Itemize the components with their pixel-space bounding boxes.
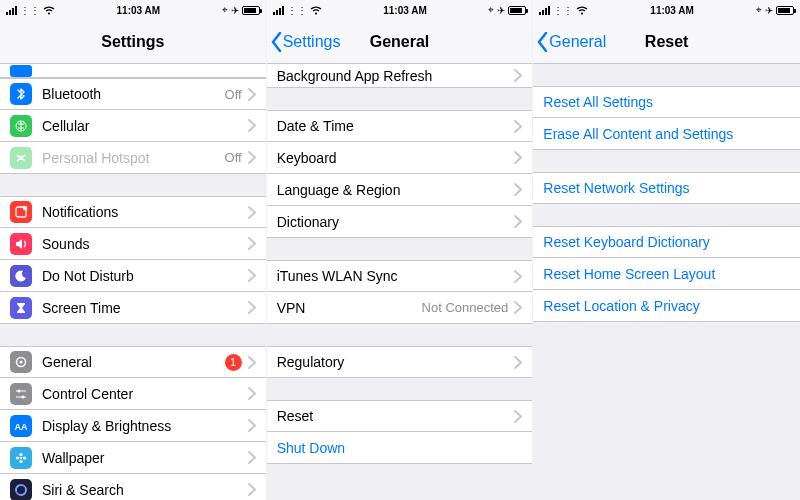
back-button[interactable]: General [537, 20, 606, 63]
reset-row-location-privacy[interactable]: Reset Location & Privacy [533, 290, 800, 322]
list-item-peek[interactable] [0, 64, 266, 78]
general-row-datetime[interactable]: Date & Time [267, 110, 533, 142]
row-label: Notifications [42, 204, 248, 220]
chevron-right-icon [248, 419, 256, 432]
general-row-regulatory[interactable]: Regulatory [267, 346, 533, 378]
settings-row-hotspot[interactable]: Personal Hotspot Off [0, 142, 266, 174]
status-time: 11:03 AM [383, 5, 427, 16]
row-label: VPN [277, 300, 422, 316]
status-time: 11:03 AM [650, 5, 694, 16]
general-row-vpn[interactable]: VPN Not Connected [267, 292, 533, 324]
chevron-right-icon [248, 387, 256, 400]
status-bar: ⋮⋮ 11:03 AM ⌖ ✈ [267, 0, 533, 20]
battery-icon [242, 6, 260, 15]
reset-row-allsettings[interactable]: Reset All Settings [533, 86, 800, 118]
chevron-right-icon [248, 451, 256, 464]
chevron-right-icon [514, 183, 522, 196]
reset-row-homescreen[interactable]: Reset Home Screen Layout [533, 258, 800, 290]
chevron-right-icon [248, 301, 256, 314]
settings-row-screentime[interactable]: Screen Time [0, 292, 266, 324]
general-row-dictionary[interactable]: Dictionary [267, 206, 533, 238]
row-label: Dictionary [277, 214, 515, 230]
signal-icon [273, 6, 284, 15]
settings-row-controlcenter[interactable]: Control Center [0, 378, 266, 410]
chevron-left-icon [271, 32, 283, 52]
general-row-keyboard[interactable]: Keyboard [267, 142, 533, 174]
cellular-icon [10, 115, 32, 137]
chevron-right-icon [248, 88, 256, 101]
general-row-reset[interactable]: Reset [267, 400, 533, 432]
row-label: Keyboard [277, 150, 515, 166]
notification-badge: 1 [225, 354, 242, 371]
location-icon: ⌖ [488, 4, 494, 16]
row-label: Siri & Search [42, 482, 248, 498]
aa-icon [10, 415, 32, 437]
chevron-right-icon [514, 69, 522, 82]
chevron-right-icon [248, 151, 256, 164]
chevron-right-icon [514, 356, 522, 369]
row-label: Control Center [42, 386, 248, 402]
settings-row-general[interactable]: General 1 [0, 346, 266, 378]
settings-row-wallpaper[interactable]: Wallpaper [0, 442, 266, 474]
chevron-right-icon [248, 237, 256, 250]
sounds-icon [10, 233, 32, 255]
settings-row-dnd[interactable]: Do Not Disturb [0, 260, 266, 292]
signal-icon [539, 6, 550, 15]
general-row-bgrefresh[interactable]: Background App Refresh [267, 64, 533, 88]
reset-row-network[interactable]: Reset Network Settings [533, 172, 800, 204]
row-label: Shut Down [277, 440, 523, 456]
general-row-language[interactable]: Language & Region [267, 174, 533, 206]
flower-icon [10, 447, 32, 469]
navbar: Settings General [267, 20, 533, 64]
row-label: Erase All Content and Settings [543, 126, 790, 142]
back-label: General [549, 33, 606, 51]
row-label: Language & Region [277, 182, 515, 198]
pane-reset: ⋮⋮ 11:03 AM ⌖ ✈ General Reset Reset All … [533, 0, 800, 500]
row-label: Cellular [42, 118, 248, 134]
chevron-right-icon [248, 483, 256, 496]
row-value: Not Connected [422, 300, 509, 315]
row-label: Personal Hotspot [42, 150, 225, 166]
settings-row-cellular[interactable]: Cellular [0, 110, 266, 142]
reset-row-erase[interactable]: Erase All Content and Settings [533, 118, 800, 150]
reset-row-keyboard-dict[interactable]: Reset Keyboard Dictionary [533, 226, 800, 258]
row-label: Background App Refresh [277, 68, 515, 84]
wifi-icon [310, 6, 322, 15]
row-label: Reset Location & Privacy [543, 298, 790, 314]
general-row-ituneswlan[interactable]: iTunes WLAN Sync [267, 260, 533, 292]
row-label: General [42, 354, 225, 370]
row-label: Sounds [42, 236, 248, 252]
settings-row-notifications[interactable]: Notifications [0, 196, 266, 228]
row-label: Do Not Disturb [42, 268, 248, 284]
chevron-right-icon [248, 119, 256, 132]
row-label: Reset [277, 408, 515, 424]
back-label: Settings [283, 33, 341, 51]
row-value: Off [225, 150, 242, 165]
chevron-right-icon [514, 410, 522, 423]
signal-icon [6, 6, 17, 15]
hotspot-icon [10, 147, 32, 169]
settings-row-siri[interactable]: Siri & Search [0, 474, 266, 500]
row-label: Reset Keyboard Dictionary [543, 234, 790, 250]
row-label: Display & Brightness [42, 418, 248, 434]
settings-row-display[interactable]: Display & Brightness [0, 410, 266, 442]
settings-row-sounds[interactable]: Sounds [0, 228, 266, 260]
navbar: General Reset [533, 20, 800, 64]
chevron-right-icon [248, 269, 256, 282]
hourglass-icon [10, 297, 32, 319]
settings-row-bluetooth[interactable]: Bluetooth Off [0, 78, 266, 110]
chevron-right-icon [514, 120, 522, 133]
moon-icon [10, 265, 32, 287]
general-row-shutdown[interactable]: Shut Down [267, 432, 533, 464]
carrier-label: ⋮⋮ [20, 5, 40, 16]
pane-general: ⋮⋮ 11:03 AM ⌖ ✈ Settings General Backgro… [267, 0, 534, 500]
airplane-icon: ✈ [231, 5, 239, 16]
chevron-right-icon [248, 206, 256, 219]
location-icon: ⌖ [756, 4, 762, 16]
airplane-icon: ✈ [765, 5, 773, 16]
wifi-icon [43, 6, 55, 15]
back-button[interactable]: Settings [271, 20, 341, 63]
sliders-icon [10, 383, 32, 405]
row-label: Reset All Settings [543, 94, 790, 110]
carrier-label: ⋮⋮ [287, 5, 307, 16]
